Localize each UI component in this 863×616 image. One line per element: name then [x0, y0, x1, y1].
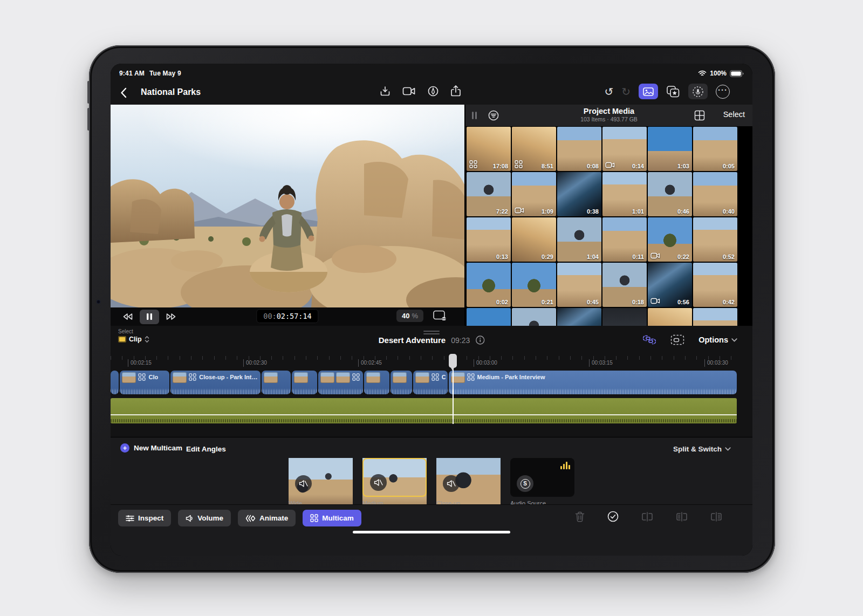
media-item[interactable]: 0:02 — [467, 263, 511, 307]
redo-button[interactable]: ↻ — [621, 86, 631, 97]
effects-button[interactable] — [666, 85, 680, 98]
camera-badge-icon — [515, 207, 524, 214]
angle-thumbnail[interactable] — [362, 458, 427, 497]
record-camera-icon[interactable] — [402, 86, 416, 96]
select-button[interactable]: Select — [723, 110, 745, 119]
split-switch-menu[interactable]: Split & Switch — [673, 445, 731, 453]
angle-thumbnail[interactable] — [436, 458, 501, 497]
volume-button[interactable]: Volume — [178, 510, 231, 526]
timeline-clip[interactable]: Clo — [120, 371, 169, 394]
volume-up-button[interactable] — [87, 81, 90, 104]
media-item[interactable] — [512, 308, 556, 326]
mute-icon[interactable] — [295, 475, 312, 492]
media-item[interactable]: 0:29 — [512, 217, 556, 262]
media-item[interactable] — [557, 308, 601, 326]
media-item[interactable]: 0:46 — [648, 172, 692, 216]
media-item[interactable]: 1:09 — [512, 172, 556, 216]
clip-duration: 0:14 — [632, 163, 644, 169]
share-icon[interactable] — [450, 85, 461, 97]
back-button[interactable] — [120, 85, 134, 100]
new-multicam-button[interactable]: + New Multicam — [120, 443, 182, 453]
zoom-level-control[interactable]: 40% — [396, 310, 423, 322]
media-item[interactable] — [693, 308, 737, 326]
media-item[interactable]: 0:21 — [512, 263, 556, 307]
media-item[interactable]: 0:42 — [693, 263, 737, 307]
page: 9:41 AM Tue May 9 100% — [0, 0, 863, 616]
multicam-button[interactable]: Multicam — [303, 510, 361, 526]
media-item[interactable]: 0:45 — [557, 263, 601, 307]
info-icon[interactable] — [475, 336, 484, 345]
pencil-tools-icon[interactable] — [427, 85, 439, 97]
options-button[interactable]: Options — [698, 336, 737, 344]
media-item[interactable]: 0:56 — [648, 263, 692, 307]
animate-button[interactable]: Animate — [238, 510, 296, 526]
timeline-clip[interactable] — [391, 371, 412, 394]
media-item[interactable]: 0:38 — [557, 172, 601, 216]
mute-icon[interactable] — [370, 474, 387, 491]
media-item[interactable]: 0:18 — [602, 263, 647, 307]
playhead-handle[interactable] — [449, 354, 457, 368]
media-browser-button[interactable] — [639, 84, 658, 99]
timeline-clip[interactable]: Medium - Park Interview — [449, 371, 737, 394]
media-item[interactable]: 0:08 — [557, 127, 601, 171]
inspect-button[interactable]: Inspect — [118, 510, 171, 526]
angle-thumbnail[interactable]: S — [510, 458, 574, 497]
trim-right-button[interactable] — [710, 512, 722, 522]
pause-button[interactable] — [140, 310, 159, 324]
more-menu-button[interactable]: ··· — [716, 85, 730, 99]
media-item[interactable]: 17:08 — [467, 127, 511, 171]
media-item[interactable]: 0:22 — [648, 217, 692, 262]
approve-button[interactable] — [607, 511, 619, 522]
delete-button[interactable] — [575, 511, 585, 522]
magnetic-timeline-icon[interactable] — [642, 334, 656, 345]
clip-duration: 1:09 — [542, 208, 553, 215]
viewer-video-frame[interactable] — [111, 105, 464, 307]
media-item[interactable]: 7:22 — [467, 172, 511, 216]
media-item[interactable]: 1:01 — [602, 172, 647, 216]
timeline-clip[interactable] — [292, 371, 317, 394]
timeline-clip[interactable] — [262, 371, 291, 394]
edit-angles-button[interactable]: Edit Angles — [186, 445, 226, 453]
media-item[interactable]: 0:52 — [693, 217, 737, 262]
volume-line[interactable] — [111, 414, 737, 415]
timeline-clip[interactable]: Cl — [413, 371, 448, 394]
audio-source-icon[interactable]: S — [517, 475, 533, 492]
grid-view-icon[interactable] — [694, 110, 705, 121]
undo-button[interactable]: ↺ — [604, 86, 613, 97]
media-item[interactable]: 0:13 — [467, 217, 511, 262]
filter-icon[interactable] — [488, 109, 499, 121]
viewer-display-options-icon[interactable] — [433, 310, 446, 320]
home-indicator[interactable] — [353, 531, 510, 533]
trim-left-button[interactable] — [641, 512, 653, 522]
media-item[interactable]: 8:51 — [512, 127, 556, 171]
panel-resize-handle[interactable] — [472, 112, 474, 119]
overlay-clip-icon[interactable] — [670, 334, 684, 345]
mute-icon[interactable] — [443, 475, 460, 492]
media-item[interactable]: 0:05 — [693, 127, 737, 171]
audio-track-clip[interactable] — [111, 398, 737, 423]
media-item[interactable]: 1:03 — [648, 127, 692, 171]
media-item[interactable] — [467, 308, 511, 326]
media-item[interactable] — [602, 308, 647, 326]
skip-forward-button[interactable] — [161, 310, 181, 324]
timeline-clip[interactable] — [364, 371, 389, 394]
timeline-clip[interactable] — [111, 371, 119, 394]
volume-down-button[interactable] — [87, 108, 90, 131]
import-icon[interactable] — [379, 85, 391, 97]
trim-both-button[interactable] — [676, 512, 688, 522]
media-item[interactable] — [648, 308, 692, 326]
media-item[interactable]: 0:40 — [693, 172, 737, 216]
media-item[interactable]: 0:11 — [602, 217, 647, 262]
select-mode-picker[interactable]: Clip — [118, 336, 149, 343]
angle-thumbnail[interactable] — [289, 458, 353, 497]
timeline-ruler[interactable]: 00:02:1500:02:3000:02:4500:03:0000:03:15… — [111, 353, 737, 370]
skip-back-button[interactable] — [118, 310, 138, 324]
media-item[interactable]: 0:14 — [602, 127, 647, 171]
clip-duration: 0:11 — [633, 254, 644, 260]
media-item[interactable]: 1:04 — [557, 217, 601, 262]
timeline-clip[interactable]: W — [318, 371, 363, 394]
voiceover-button[interactable] — [688, 84, 708, 99]
timeline-clip[interactable]: Close-up - Park Interview — [170, 371, 260, 394]
clip-duration: 0:13 — [496, 254, 508, 260]
media-browser-panel: Project Media 103 Items · 493.77 GB Sele… — [465, 105, 752, 326]
